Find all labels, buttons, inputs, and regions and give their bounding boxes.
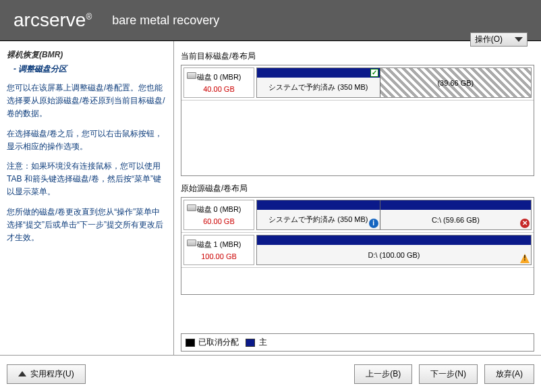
disk-icon xyxy=(187,72,196,79)
partition-strip: D:\ (100.00 GB)! xyxy=(256,235,532,265)
disk-row[interactable]: 磁盘 1 (MBR)100.00 GBD:\ (100.00 GB)! xyxy=(181,233,534,268)
disk-icon xyxy=(187,204,196,211)
partition-strip: システムで予約済み (350 MB)iC:\ (59.66 GB)✕ xyxy=(256,200,532,230)
partition-body: (39.66 GB) xyxy=(380,68,531,97)
brand-text: arcserve xyxy=(13,9,86,30)
sidebar-para-1: 您可以在该屏幕上调整磁盘/卷配置。您也能选择要从原始源磁盘/卷还原到当前目标磁盘… xyxy=(7,82,167,121)
disk-size: 60.00 GB xyxy=(187,217,251,225)
sidebar-para-2: 在选择磁盘/卷之后，您可以右击鼠标按钮，显示相应的操作选项。 xyxy=(7,128,167,153)
partition-header xyxy=(380,200,531,210)
legend-swatch-unallocated xyxy=(186,339,195,347)
partition[interactable]: システムで予約済み (350 MB)i xyxy=(257,200,380,229)
target-disk-panel: 磁盘 0 (MBR)40.00 GB✓システムで予約済み (350 MB)(39… xyxy=(181,65,534,176)
disk-row[interactable]: 磁盘 0 (MBR)60.00 GBシステムで予約済み (350 MB)iC:\… xyxy=(181,198,534,233)
sidebar-para-4: 您所做的磁盘/卷更改直到您从“操作”菜单中选择“提交”后或单击“下一步”提交所有… xyxy=(7,206,167,245)
brand-logo: arcserve® xyxy=(13,9,92,31)
info-icon: i xyxy=(369,219,378,228)
partition-body: システムで予約済み (350 MB) xyxy=(257,78,380,97)
next-button[interactable]: 下一步(N) xyxy=(419,364,478,384)
partition[interactable]: D:\ (100.00 GB)! xyxy=(257,235,531,264)
partition-label: システムで予約済み (350 MB) xyxy=(268,82,368,92)
disk-name: 磁盘 0 (MBR) xyxy=(187,72,251,82)
disk-label[interactable]: 磁盘 1 (MBR)100.00 GB xyxy=(183,235,254,265)
main-area: 当前目标磁盘/卷布局 操作(O) 磁盘 0 (MBR)40.00 GB✓システム… xyxy=(174,41,541,355)
partition-strip: ✓システムで予約済み (350 MB)(39.66 GB) xyxy=(256,67,532,98)
disk-size: 100.00 GB xyxy=(187,252,251,260)
sidebar-subtitle: - 调整磁盘分区 xyxy=(13,63,167,75)
disk-icon xyxy=(187,240,196,246)
sidebar: 裸机恢复(BMR) - 调整磁盘分区 您可以在该屏幕上调整磁盘/卷配置。您也能选… xyxy=(0,41,174,355)
legend-swatch-primary xyxy=(246,339,255,347)
partition[interactable]: C:\ (59.66 GB)✕ xyxy=(380,200,531,229)
partition-body: D:\ (100.00 GB)! xyxy=(257,245,531,264)
source-disk-panel: 磁盘 0 (MBR)60.00 GBシステムで予約済み (350 MB)iC:\… xyxy=(181,197,534,295)
partition-label: (39.66 GB) xyxy=(437,79,474,87)
partition[interactable]: ✓システムで予約済み (350 MB) xyxy=(257,68,380,97)
footer: 实用程序(U) 上一步(B) 下一步(N) 放弃(A) xyxy=(0,355,541,392)
app-subtitle: bare metal recovery xyxy=(112,13,219,28)
target-section-label: 当前目标磁盘/卷布局 xyxy=(181,51,534,62)
abort-button[interactable]: 放弃(A) xyxy=(484,364,534,384)
operations-menu-button[interactable]: 操作(O) xyxy=(470,32,528,47)
sidebar-para-3: 注意：如果环境没有连接鼠标，您可以使用 TAB 和箭头键选择磁盘/卷，然后按“菜… xyxy=(7,160,167,199)
error-icon: ✕ xyxy=(520,219,530,228)
partition-header xyxy=(257,200,380,210)
back-button[interactable]: 上一步(B) xyxy=(354,364,412,384)
legend: 已取消分配 主 xyxy=(181,333,534,352)
ops-button-label: 操作(O) xyxy=(475,34,503,45)
chevron-up-icon xyxy=(18,371,26,376)
partition-label: システムで予約済み (350 MB) xyxy=(268,215,368,225)
utility-button-label: 实用程序(U) xyxy=(30,368,74,380)
partition-body: システムで予約済み (350 MB)i xyxy=(257,210,380,229)
partition-label: D:\ (100.00 GB) xyxy=(368,251,420,259)
partition-header xyxy=(257,235,531,245)
disk-label[interactable]: 磁盘 0 (MBR)40.00 GB xyxy=(183,67,254,98)
disk-row[interactable]: 磁盘 0 (MBR)40.00 GB✓システムで予約済み (350 MB)(39… xyxy=(181,65,534,101)
legend-label-primary: 主 xyxy=(259,337,267,347)
disk-name: 磁盘 1 (MBR) xyxy=(187,240,251,250)
chevron-down-icon xyxy=(515,37,523,42)
disk-name: 磁盘 0 (MBR) xyxy=(187,204,251,215)
disk-label[interactable]: 磁盘 0 (MBR)60.00 GB xyxy=(183,200,254,230)
check-icon: ✓ xyxy=(370,69,378,77)
sidebar-title: 裸机恢复(BMR) xyxy=(7,49,167,61)
registered-icon: ® xyxy=(86,12,92,22)
utility-button[interactable]: 实用程序(U) xyxy=(7,364,86,384)
partition[interactable]: (39.66 GB) xyxy=(380,68,531,97)
disk-size: 40.00 GB xyxy=(187,85,251,93)
app-header: arcserve® bare metal recovery xyxy=(0,0,541,40)
partition-header: ✓ xyxy=(257,68,380,78)
legend-label-unallocated: 已取消分配 xyxy=(198,337,239,347)
partition-body: C:\ (59.66 GB)✕ xyxy=(380,210,531,229)
warn-icon: ! xyxy=(520,254,530,263)
partition-label: C:\ (59.66 GB) xyxy=(432,216,480,224)
source-section-label: 原始源磁盘/卷布局 xyxy=(181,183,534,194)
